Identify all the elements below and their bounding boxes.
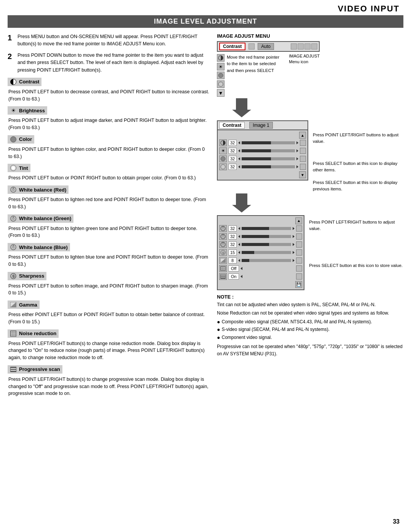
bullet-icon-1: ● bbox=[217, 326, 220, 333]
panel2-row-2: 32 bbox=[219, 241, 302, 248]
feature-noise-reduction: Noise reduction Press POINT LEFT/RIGHT b… bbox=[8, 329, 209, 361]
panel1-rows: ▲ 32 bbox=[217, 130, 308, 181]
panel2-row4-value: 8 bbox=[228, 257, 237, 264]
arrow-right-icon2 bbox=[296, 149, 298, 152]
feature-contrast: Contrast Press POINT LEFT button to decr… bbox=[8, 78, 209, 103]
menu-btn-4 bbox=[311, 43, 317, 50]
contrast-icon bbox=[10, 78, 17, 85]
icon-row-1 bbox=[217, 54, 225, 62]
panel2-row0-track bbox=[242, 227, 291, 230]
note-para-1: Noise Reduction can not be operated when… bbox=[217, 310, 403, 317]
panel2-row2-track bbox=[242, 243, 291, 246]
svg-point-25 bbox=[222, 235, 224, 238]
page-header: VIDEO INPUT bbox=[0, 0, 411, 15]
progressive-scan-title: Progressive scan bbox=[19, 366, 60, 372]
panel1-row3-icon bbox=[219, 163, 227, 170]
svg-point-2 bbox=[13, 188, 14, 189]
panel1-label-image1: Image 1 bbox=[249, 122, 272, 129]
sharpness-icon: ① bbox=[10, 273, 17, 280]
panel2-arrow-right-3 bbox=[293, 251, 295, 254]
arrow-left-icon2 bbox=[238, 149, 240, 152]
panel2-row0-fill bbox=[242, 227, 269, 230]
panel2-nav-up: ▲ bbox=[219, 217, 302, 224]
panel2-row-0: 32 bbox=[219, 225, 302, 232]
nav-down-icon: ▼ bbox=[299, 171, 306, 178]
tint-desc: Press POINT LEFT button or POINT RIGHT b… bbox=[8, 174, 209, 182]
menu-bar-btn-group bbox=[291, 43, 317, 50]
panel2-arrow-left-1 bbox=[238, 235, 240, 238]
feature-progressive-scan: Progressive scan Press POINT LEFT/RIGHT … bbox=[8, 365, 209, 397]
wb-green-title: White balance (Green) bbox=[19, 216, 71, 221]
panel2-row4-track bbox=[242, 259, 291, 262]
step-2-text: Press POINT DOWN button to move the red … bbox=[18, 52, 209, 74]
left-icon-column: ☀ ▼ bbox=[217, 54, 225, 97]
note-bullet-text-1: S-video signal (SECAM, PAL-M and PAL-N s… bbox=[221, 326, 330, 333]
panel2-row6-btn bbox=[296, 273, 302, 280]
contrast-title: Contrast bbox=[19, 79, 39, 85]
panel2-callouts: Press POINT LEFT/RIGHT buttons to adjust… bbox=[309, 215, 403, 269]
panel1-label-contrast: Contrast bbox=[219, 122, 245, 129]
panel2-area: ▲ 32 bbox=[217, 215, 403, 290]
svg-point-22 bbox=[222, 227, 224, 230]
panel2-arrow-left-4 bbox=[238, 259, 240, 262]
panel1-callouts: Press POINT LEFT/RIGHT buttons to adjust… bbox=[313, 120, 403, 193]
feature-color: Color Press POINT LEFT button to lighten… bbox=[8, 135, 209, 160]
panel1-row0-fill bbox=[242, 141, 271, 144]
panel1-row0-value: 32 bbox=[228, 140, 237, 146]
panel2-row4-btn bbox=[296, 257, 302, 264]
panel1-row1-fill bbox=[242, 149, 271, 152]
arrow-left-icon4 bbox=[238, 165, 240, 168]
feature-gamma: Gamma Press either POINT LEFT button or … bbox=[8, 300, 209, 326]
panel1-row1-value: 32 bbox=[228, 148, 237, 154]
step-1-number: 1 bbox=[8, 33, 14, 48]
panel1-row2-btn bbox=[300, 156, 306, 162]
panel2-row-3: ① 15 bbox=[219, 249, 302, 256]
panel1-row3-btn bbox=[300, 164, 306, 170]
menu-bar-top: Contrast Auto bbox=[217, 41, 320, 52]
panel1-row3-fill bbox=[242, 165, 271, 168]
callout5: Press POINT LEFT/RIGHT buttons to adjust… bbox=[309, 219, 403, 232]
panel2-store-icon-row: 💾 bbox=[219, 281, 302, 288]
panel2-arrow-right-2 bbox=[293, 243, 295, 246]
panel1-row-1: ☀ 32 bbox=[219, 147, 306, 154]
panel2-row4-icon bbox=[219, 257, 227, 264]
note-footer: Progressive can not be operated when "48… bbox=[217, 343, 403, 357]
panel2-row1-icon bbox=[219, 233, 227, 240]
icon-row-4 bbox=[217, 80, 225, 88]
panel2-row1-fill bbox=[242, 235, 269, 238]
panel1-row0-icon bbox=[219, 139, 227, 146]
right-column: IMAGE ADJUST MENU Contrast Auto bbox=[209, 33, 403, 401]
panel2-arrow-left-0 bbox=[238, 227, 240, 230]
panel1-row2-track bbox=[242, 157, 295, 160]
arrow-left-icon3 bbox=[238, 157, 240, 160]
nav-down: ▼ bbox=[219, 171, 306, 178]
note-bullet-text-0: Composite video signal (SECAM, NTSC4.43,… bbox=[221, 318, 372, 326]
panel2-arrow-right-1 bbox=[293, 235, 295, 238]
noise-reduction-title: Noise reduction bbox=[19, 331, 56, 336]
store-icon: 💾 bbox=[295, 281, 302, 288]
color-desc: Press POINT LEFT button to lighten color… bbox=[8, 146, 209, 160]
brightness-icon: ☀ bbox=[10, 107, 17, 114]
panel1-row-3: 32 bbox=[219, 163, 306, 170]
arrow-right-icon4 bbox=[296, 165, 298, 168]
svg-text:①: ① bbox=[222, 251, 225, 255]
panel2-up-icon: ▲ bbox=[295, 217, 302, 224]
callout2: Press POINT LEFT/RIGHT buttons to adjust… bbox=[313, 132, 403, 145]
icon-row-2: ☀ bbox=[217, 63, 225, 70]
panel1-row1-icon: ☀ bbox=[219, 147, 227, 154]
wb-green-desc: Press POINT LEFT button to lighten green… bbox=[8, 225, 209, 240]
panel2-arrow-left-3 bbox=[238, 251, 240, 254]
panel1-row0-arrows bbox=[238, 141, 240, 144]
svg-text:①: ① bbox=[12, 274, 15, 278]
svg-point-23 bbox=[223, 226, 224, 227]
feature-wb-red: White balance (Red) Press POINT LEFT but… bbox=[8, 185, 209, 211]
panel2-row0-value: 32 bbox=[228, 225, 237, 232]
progressive-scan-icon bbox=[10, 366, 17, 373]
callout6: Press SELECT button at this icon to stor… bbox=[309, 262, 403, 269]
wb-green-icon bbox=[10, 215, 17, 222]
panel2-row5-value: Off bbox=[228, 265, 239, 272]
arrow-down-1 bbox=[232, 98, 403, 120]
gamma-title: Gamma bbox=[19, 302, 37, 308]
panel2-row-6: On bbox=[219, 273, 302, 280]
brightness-desc: Press POINT LEFT button to adjust image … bbox=[8, 117, 209, 131]
